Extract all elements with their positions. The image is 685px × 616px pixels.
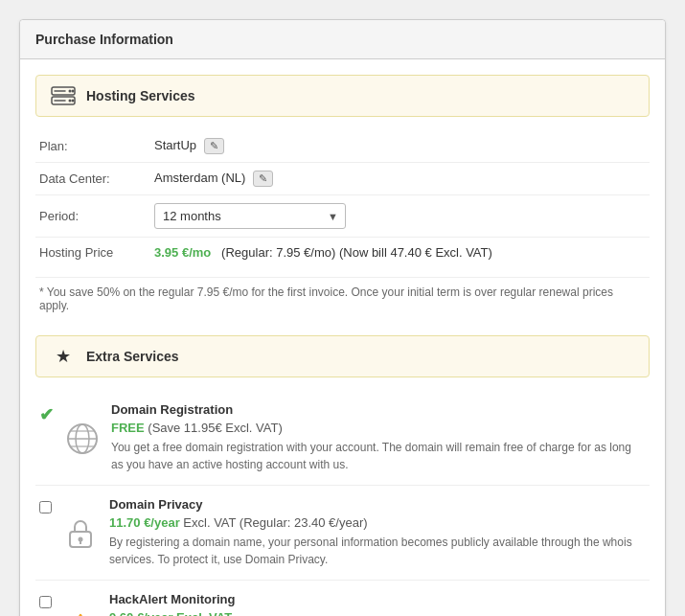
datacenter-edit-badge[interactable]: ✎: [253, 171, 273, 187]
plan-row: Plan: StartUp ✎: [35, 130, 650, 163]
hackalert-content: HackAlert Monitoring 9.60 €/year Excl. V…: [109, 592, 646, 616]
price-row: Hosting Price 3.95 €/mo (Regular: 7.95 €…: [35, 238, 650, 268]
datacenter-row: Data Center: Amsterdam (NL) ✎: [35, 163, 650, 195]
list-item: HackAlert Monitoring 9.60 €/year Excl. V…: [35, 581, 650, 616]
domain-privacy-desc: By registering a domain name, your perso…: [109, 534, 646, 568]
extra-services-section: ★ Extra Services ✔: [35, 335, 650, 616]
svg-point-4: [69, 100, 72, 103]
price-regular: (Regular: 7.95 €/mo) (Now bill 47.40 € E…: [221, 245, 492, 260]
svg-point-2: [69, 90, 72, 93]
hosting-notice: * You save 50% on the regular 7.95 €/mo …: [35, 277, 650, 320]
domain-registration-check: ✔: [39, 404, 54, 425]
hackalert-title: HackAlert Monitoring: [109, 592, 646, 606]
domain-registration-price: FREE (Save 11.95€ Excl. VAT): [111, 421, 646, 435]
list-item: Domain Privacy 11.70 €/year Excl. VAT (R…: [35, 486, 650, 581]
star-icon: ★: [50, 346, 77, 367]
domain-registration-desc: You get a free domain registration with …: [111, 439, 646, 473]
hosting-section-title: Hosting Services: [86, 88, 195, 103]
card-title: Purchase Information: [35, 32, 173, 47]
period-label: Period:: [35, 195, 150, 238]
card-body: Hosting Services Plan: StartUp ✎ Data Ce…: [20, 59, 665, 616]
hosting-info-table: Plan: StartUp ✎ Data Center: Amsterdam (…: [35, 130, 650, 267]
domain-privacy-price-detail: Excl. VAT (Regular: 23.40 €/year): [183, 515, 367, 530]
lock-icon: [67, 516, 94, 551]
period-value: 1 month 3 months 6 months 12 months 24 m…: [150, 195, 650, 238]
period-select-wrap: 1 month 3 months 6 months 12 months 24 m…: [154, 203, 346, 229]
extra-services-header: ★ Extra Services: [35, 335, 650, 377]
domain-privacy-price: 11.70 €/year Excl. VAT (Regular: 23.40 €…: [109, 515, 646, 530]
www-icon: [65, 422, 100, 456]
extra-section-title: Extra Services: [86, 349, 179, 364]
hosting-icon: [50, 85, 77, 106]
hackalert-price: 9.60 €/year Excl. VAT: [109, 610, 646, 616]
plan-edit-badge[interactable]: ✎: [204, 138, 224, 154]
domain-privacy-title: Domain Privacy: [109, 497, 646, 512]
domain-privacy-checkbox[interactable]: [39, 501, 52, 513]
server-icon: [51, 86, 76, 105]
card-header: Purchase Information: [20, 20, 665, 59]
period-row: Period: 1 month 3 months 6 months 12 mon…: [35, 195, 650, 238]
domain-privacy-check[interactable]: [39, 499, 52, 516]
list-item: ✔ Domain Registration: [35, 391, 650, 486]
hackalert-checkbox[interactable]: [39, 596, 52, 608]
datacenter-label: Data Center:: [35, 163, 150, 195]
plan-value: StartUp ✎: [150, 130, 650, 163]
price-amount: 3.95 €/mo: [154, 245, 211, 260]
svg-point-3: [72, 90, 75, 93]
purchase-information-card: Purchase Information Hosting Services: [19, 19, 666, 616]
datacenter-value: Amsterdam (NL) ✎: [150, 163, 650, 195]
domain-privacy-icon: [61, 497, 100, 551]
plan-label: Plan:: [35, 130, 150, 163]
domain-registration-title: Domain Registration: [111, 402, 646, 417]
period-select[interactable]: 1 month 3 months 6 months 12 months 24 m…: [154, 203, 346, 229]
warning-icon: [63, 611, 98, 616]
hackalert-icon: [61, 592, 100, 616]
svg-point-5: [72, 100, 75, 103]
hackalert-check[interactable]: [39, 594, 52, 611]
domain-privacy-content: Domain Privacy 11.70 €/year Excl. VAT (R…: [109, 497, 646, 568]
checkmark-icon: ✔: [39, 405, 54, 424]
price-label: Hosting Price: [35, 238, 150, 268]
hosting-services-header: Hosting Services: [35, 75, 650, 117]
price-value: 3.95 €/mo (Regular: 7.95 €/mo) (Now bill…: [150, 238, 650, 268]
domain-registration-icon: [63, 402, 102, 456]
domain-registration-content: Domain Registration FREE (Save 11.95€ Ex…: [111, 402, 646, 473]
svg-point-14: [79, 537, 83, 542]
